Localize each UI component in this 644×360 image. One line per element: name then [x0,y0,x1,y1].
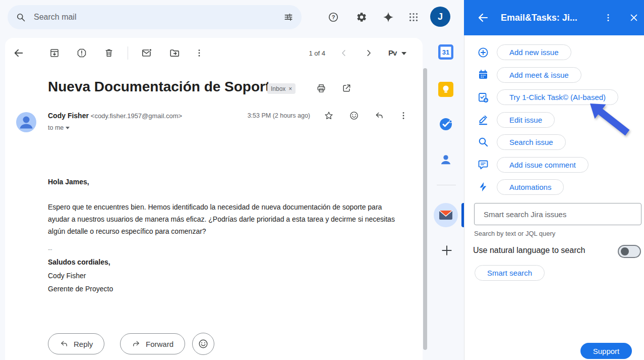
natural-language-toggle[interactable] [618,245,641,258]
input-tools-label[interactable]: Pv [388,48,396,57]
extension-panel-header: Email&Tasks: Ji... [464,0,644,35]
automations-button[interactable]: Automations [497,179,564,195]
open-in-new-icon[interactable] [336,78,357,98]
toggle-knob [621,247,629,255]
email-timestamp: 3:53 PM (2 hours ago) [229,112,310,119]
search-icon[interactable] [8,12,34,22]
sender-avatar[interactable] [16,112,36,132]
smart-search-button[interactable]: Smart search [475,265,545,281]
reply-button[interactable]: Reply [48,333,104,354]
svg-text:?: ? [332,14,335,20]
vertical-scrollbar[interactable] [423,68,427,350]
keep-app-icon[interactable] [436,79,456,99]
sender-name: Cody Fisher [48,112,89,120]
inbox-label-text: Inbox [271,85,285,92]
email-tasks-extension-icon[interactable] [436,205,456,225]
panel-back-icon[interactable] [473,8,493,28]
panel-more-icon[interactable] [598,8,618,28]
older-email-icon[interactable] [359,43,379,63]
tasks-app-icon[interactable] [436,114,456,134]
emoji-reaction-icon[interactable] [344,106,364,126]
gemini-sparkle-icon[interactable] [378,7,398,27]
add-meet-issue-button[interactable]: Add meet & issue [497,67,581,83]
forward-arrow-icon [132,339,141,348]
svg-text:31: 31 [442,48,449,56]
report-spam-icon[interactable] [72,43,92,63]
search-hint: Search by text or JQL query [474,230,555,237]
pagination-count: 1 of 4 [298,49,325,57]
search-input[interactable] [34,13,256,22]
email-greeting: Hola James, [48,178,401,186]
task-add-icon [477,91,489,104]
signature-delimiter: -- [48,245,401,253]
add-new-issue-button[interactable]: Add new issue [497,44,571,60]
email-subject: Nueva Documentación de Soporte [48,79,278,95]
reply-icon[interactable] [369,106,389,126]
add-circle-icon [477,46,489,59]
edit-issue-button[interactable]: Edit issue [497,112,555,128]
forward-label: Forward [146,340,173,348]
star-icon[interactable] [319,106,339,126]
newer-email-icon[interactable] [334,43,354,63]
sender-email: <cody.fisher.1957@gmail.com> [91,112,182,120]
avatar[interactable]: J [430,7,450,27]
edit-icon [477,114,489,126]
archive-icon[interactable] [44,43,65,63]
gmail-search-bar[interactable] [8,5,302,29]
recipient-caret-icon [66,127,70,129]
move-to-icon[interactable] [164,43,185,63]
automation-bolt-icon [477,181,489,193]
natural-language-label: Use natural language to search [473,246,585,255]
sender-line: Cody Fisher <cody.fisher.1957@gmail.com> [48,112,182,120]
inbox-label-chip[interactable]: Inbox × [267,83,296,94]
comment-icon [477,159,489,171]
search-issue-icon [477,136,489,148]
panel-title: Email&Tasks: Ji... [501,13,577,23]
more-options-icon[interactable] [189,43,209,63]
help-icon[interactable]: ? [323,7,343,27]
to-me-label: to me [48,124,64,131]
contacts-app-icon[interactable] [436,149,456,170]
forward-button[interactable]: Forward [120,333,185,354]
reply-label: Reply [74,340,93,348]
apps-grid-icon[interactable] [403,7,424,27]
avatar-initial: J [438,12,443,22]
calendar-icon [477,69,489,81]
delete-icon[interactable] [99,43,119,63]
signature-role: Gerente de Proyecto [48,285,401,293]
remove-label-icon[interactable]: × [288,85,292,92]
search-filter-icon[interactable] [275,12,302,22]
search-issue-button[interactable]: Search issue [497,134,566,150]
calendar-app-icon[interactable]: 31 [436,42,456,62]
signature-name: Cody Fisher [48,272,401,280]
print-icon[interactable] [311,78,331,98]
jira-search-input[interactable] [474,203,641,225]
add-reaction-button[interactable] [192,333,214,355]
panel-close-icon[interactable] [624,8,644,28]
get-addons-plus-icon[interactable] [437,240,457,261]
add-issue-comment-button[interactable]: Add issue comment [497,157,589,173]
one-click-task-button[interactable]: Try 1-Click Task© (AI-based) [497,89,618,105]
email-paragraph: Espero que te encuentres bien. Hemos ide… [48,201,401,237]
reply-arrow-icon [60,339,69,348]
toolbar-divider [128,46,128,60]
mark-unread-icon[interactable] [137,43,157,63]
rail-divider [437,185,456,185]
settings-gear-icon[interactable] [352,7,372,27]
back-to-inbox-icon[interactable] [9,43,29,63]
input-tools-caret-icon[interactable] [401,52,406,55]
message-more-icon[interactable] [393,106,414,126]
signature-closing: Saludos cordiales, [48,258,401,266]
recipient-details-toggle[interactable]: to me [48,124,70,131]
support-button[interactable]: Support [580,343,632,359]
